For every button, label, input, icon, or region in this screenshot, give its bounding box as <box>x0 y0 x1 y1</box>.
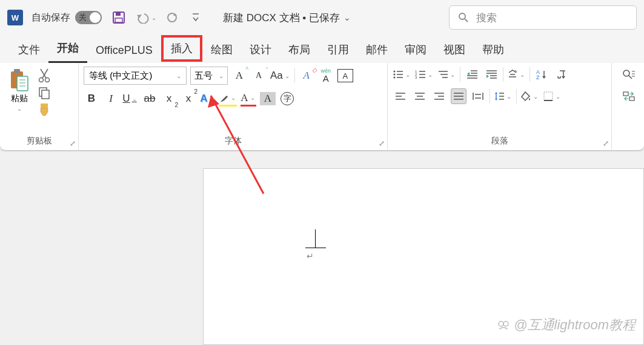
align-right-button[interactable] <box>431 88 447 104</box>
multilevel-list-button[interactable] <box>437 67 456 82</box>
svg-line-6 <box>465 19 468 22</box>
increase-indent-button[interactable] <box>483 67 499 82</box>
show-hide-marks-button[interactable] <box>553 67 569 82</box>
svg-point-24 <box>394 77 396 79</box>
font-color-button[interactable]: A <box>241 91 256 107</box>
phonetic-guide-button[interactable]: wénA <box>318 68 334 84</box>
cut-button[interactable] <box>38 69 51 82</box>
enclose-characters-button[interactable]: 字 <box>279 91 295 107</box>
font-name-combo[interactable]: 等线 (中文正文) ⌄ <box>84 67 187 85</box>
word-app-icon: W <box>7 10 23 25</box>
tab-file[interactable]: 文件 <box>10 38 48 63</box>
find-button[interactable] <box>620 67 637 82</box>
svg-point-71 <box>623 70 629 76</box>
text-effects-button[interactable]: A <box>200 91 216 107</box>
bold-button[interactable]: B <box>84 91 99 107</box>
font-size-combo[interactable]: 五号 ⌄ <box>190 67 228 85</box>
highlight-button[interactable] <box>219 91 237 107</box>
watermark: @互通lightroom教程 <box>497 316 636 334</box>
ribbon: 粘贴 ⌄ 剪贴板 ⤢ 等线 (中文正文) ⌄ 五号 ⌄ <box>0 63 644 151</box>
sort-button[interactable]: AZ <box>534 67 549 82</box>
tab-references[interactable]: 引用 <box>319 38 357 63</box>
paste-button[interactable]: 粘贴 ⌄ <box>5 67 34 116</box>
toggle-switch[interactable]: 关 <box>75 11 102 24</box>
tab-officeplus[interactable]: OfficePLUS <box>87 39 161 63</box>
shading-button[interactable] <box>520 88 539 104</box>
tab-home[interactable]: 开始 <box>48 36 87 63</box>
group-label: 段落 <box>393 136 606 149</box>
tab-mailings[interactable]: 邮件 <box>357 38 396 63</box>
svg-rect-1 <box>116 12 121 16</box>
distributed-button[interactable] <box>470 88 486 104</box>
svg-rect-2 <box>115 18 122 22</box>
group-paragraph: 123 AZ <box>388 63 612 150</box>
align-center-button[interactable] <box>412 88 428 104</box>
tab-design[interactable]: 设计 <box>241 38 280 63</box>
shrink-font-button[interactable]: Aˇ <box>251 68 267 84</box>
character-shading-button[interactable]: A <box>260 92 276 105</box>
svg-text:3: 3 <box>415 76 417 79</box>
svg-text:Z: Z <box>536 74 540 80</box>
svg-line-72 <box>629 76 632 79</box>
chevron-down-icon: ⌄ <box>176 73 181 79</box>
grow-font-button[interactable]: A^ <box>231 68 247 84</box>
clear-formatting-button[interactable]: A◇ <box>299 68 314 84</box>
align-left-button[interactable] <box>393 88 408 104</box>
dialog-launcher-icon[interactable]: ⤢ <box>70 139 76 148</box>
dialog-launcher-icon[interactable]: ⤢ <box>603 139 609 148</box>
group-label: 字体 <box>84 136 382 149</box>
replace-button[interactable] <box>620 88 637 104</box>
save-button[interactable] <box>110 9 127 26</box>
autosave-label: 自动保存 <box>32 12 70 24</box>
change-case-button[interactable]: Aa <box>270 68 291 84</box>
chevron-down-icon: ⌄ <box>219 73 224 79</box>
asian-layout-button[interactable] <box>507 67 526 82</box>
title-bar: W 自动保存 关 ⌄ 新建 DOCX 文档 • 已保存 ⌄ 搜索 <box>0 0 644 35</box>
svg-point-20 <box>394 71 396 73</box>
underline-button[interactable]: U <box>122 91 138 107</box>
tab-draw[interactable]: 绘图 <box>202 38 241 63</box>
chevron-down-icon: ⌄ <box>17 105 22 112</box>
svg-point-22 <box>394 74 396 76</box>
borders-button[interactable] <box>543 88 562 104</box>
italic-button[interactable]: I <box>103 91 119 107</box>
svg-rect-69 <box>544 92 553 100</box>
decrease-indent-button[interactable] <box>464 67 480 82</box>
tab-help[interactable]: 帮助 <box>474 38 513 63</box>
svg-point-81 <box>503 321 508 326</box>
character-border-button[interactable]: A <box>337 69 353 82</box>
paragraph-mark-icon: ↵ <box>307 251 314 261</box>
group-editing <box>612 63 642 150</box>
svg-point-80 <box>499 321 503 326</box>
undo-button[interactable]: ⌄ <box>136 12 156 24</box>
tab-layout[interactable]: 布局 <box>280 38 319 63</box>
copy-button[interactable] <box>38 86 51 99</box>
ribbon-tabs: 文件 开始 OfficePLUS 插入 绘图 设计 布局 引用 邮件 审阅 视图… <box>0 35 644 63</box>
document-title[interactable]: 新建 DOCX 文档 • 已保存 ⌄ <box>223 11 351 25</box>
search-input[interactable]: 搜索 <box>449 5 637 30</box>
qat-customize-button[interactable] <box>188 12 204 23</box>
search-icon <box>458 12 469 23</box>
autosave-toggle[interactable]: 自动保存 关 <box>32 11 102 24</box>
superscript-button[interactable]: x2 <box>181 91 196 107</box>
tab-view[interactable]: 视图 <box>435 38 474 63</box>
subscript-button[interactable]: x2 <box>161 91 177 107</box>
group-clipboard: 粘贴 ⌄ 剪贴板 ⤢ <box>0 63 79 150</box>
tab-review[interactable]: 审阅 <box>396 38 435 63</box>
group-font: 等线 (中文正文) ⌄ 五号 ⌄ A^ Aˇ Aa A◇ wénA A B I … <box>79 63 388 150</box>
svg-rect-76 <box>623 92 628 96</box>
line-spacing-button[interactable] <box>494 88 513 104</box>
justify-button[interactable] <box>451 88 466 104</box>
group-label: 剪贴板 <box>5 136 73 149</box>
chevron-down-icon: ⌄ <box>151 15 156 21</box>
redo-button[interactable] <box>165 12 179 24</box>
chevron-down-icon: ⌄ <box>344 13 351 22</box>
strikethrough-button[interactable]: ab <box>142 91 158 107</box>
format-painter-button[interactable] <box>38 103 51 116</box>
svg-point-5 <box>459 13 465 19</box>
dialog-launcher-icon[interactable]: ⤢ <box>379 139 385 148</box>
tab-insert[interactable]: 插入 <box>161 35 202 62</box>
svg-rect-9 <box>17 76 28 91</box>
numbering-button[interactable]: 123 <box>415 67 434 82</box>
bullets-button[interactable] <box>393 67 411 82</box>
